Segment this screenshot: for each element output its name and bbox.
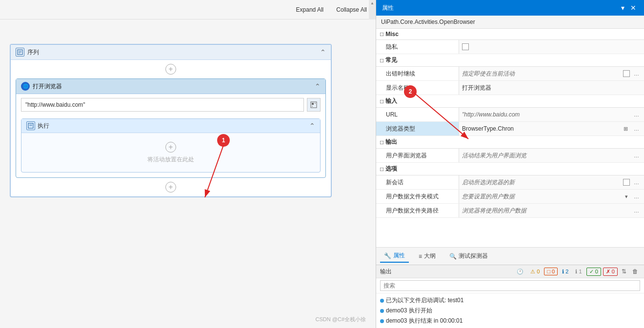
- badge-time: 🕐: [514, 268, 526, 275]
- output-panel: 输出 🕐 ⚠ 0 □ 0 ℹ 2 ℹ 1 ✓ 0 ✗ 0 ⇅ 🗑 已为以下文件启…: [376, 265, 644, 328]
- properties-close-btn[interactable]: ✕: [628, 4, 638, 12]
- prop-on-error-text: 指定即使在当前活动: [462, 70, 621, 78]
- properties-panel: 属性 ▾ ✕ UiPath.Core.Activities.OpenBrowse…: [376, 0, 644, 328]
- url-action-btn[interactable]: [307, 98, 321, 112]
- sequence-collapse-btn[interactable]: ⌃: [320, 48, 326, 56]
- user-data-folder-path-more-btn[interactable]: …: [632, 207, 641, 214]
- log-text-1: 已为以下文件启动调试: test01: [386, 296, 463, 305]
- badge-warn: ⚠ 0: [528, 268, 542, 275]
- output-clear-btn[interactable]: 🗑: [630, 267, 640, 276]
- prop-new-session-text: 启动所选浏览器的新: [462, 178, 621, 187]
- open-browser-title: 🌐 打开浏览器: [21, 82, 62, 91]
- section-output[interactable]: □ 输出: [376, 136, 644, 149]
- log-item-1: 已为以下文件启动调试: test01: [380, 295, 640, 306]
- prop-on-error-label: 出错时继续: [376, 67, 459, 80]
- annotation-badge-2: 2: [404, 85, 417, 98]
- output-controls: 🕐 ⚠ 0 □ 0 ℹ 2 ℹ 1 ✓ 0 ✗ 0 ⇅ 🗑: [514, 267, 640, 276]
- user-data-folder-mode-more-btn[interactable]: …: [632, 193, 641, 200]
- properties-titlebar: 属性 ▾ ✕: [376, 0, 644, 16]
- log-item-3: demo03 执行结束 in 00:00:01: [380, 316, 640, 326]
- prop-user-data-folder-mode: 用户数据文件夹模式 您要设置的用户数据 ▾ …: [376, 190, 644, 204]
- prop-ui-browser-text: 活动结果为用户界面浏览: [462, 152, 630, 160]
- activity-name: UiPath.Core.Activities.OpenBrowser: [381, 19, 475, 25]
- prop-new-session: 新会话 启动所选浏览器的新 …: [376, 175, 644, 190]
- ui-browser-more-btn[interactable]: …: [632, 152, 641, 159]
- prop-user-data-folder-path-text: 浏览器将使用的用户数据: [462, 207, 630, 215]
- properties-pin-btn[interactable]: ▾: [619, 4, 626, 12]
- execute-collapse-btn[interactable]: ⌃: [309, 122, 315, 130]
- output-sort-btn[interactable]: ⇅: [620, 267, 628, 276]
- new-session-more-btn[interactable]: …: [632, 178, 641, 186]
- execute-header: 执行 ⌃: [21, 119, 320, 133]
- log-dot-1: [380, 299, 384, 303]
- sequence-container: 序列 ⌃ + 🌐 打开浏览器 ⌃: [10, 44, 332, 197]
- open-browser-collapse-btn[interactable]: ⌃: [315, 82, 321, 90]
- prop-browser-type-value: BrowserType.Chron ⊞ …: [459, 122, 644, 135]
- log-dot-3: [380, 319, 384, 323]
- collapse-all-button[interactable]: Collapse All: [332, 5, 371, 15]
- section-output-toggle: □: [380, 139, 383, 146]
- on-error-checkbox[interactable]: [623, 70, 630, 77]
- section-misc-toggle: □: [380, 31, 383, 38]
- drop-hint: 将活动放置在此处: [147, 155, 194, 164]
- svg-rect-6: [315, 103, 316, 104]
- tab-properties[interactable]: 🔧 属性: [380, 250, 409, 263]
- url-input-row: [16, 94, 325, 116]
- new-session-checkbox[interactable]: [623, 179, 630, 186]
- open-browser-header: 🌐 打开浏览器 ⌃: [16, 79, 325, 94]
- sequence-label: 序列: [27, 48, 39, 57]
- prop-url-value: "http://www.baidu.com …: [459, 108, 644, 121]
- prop-browser-type-label: 浏览器类型: [376, 122, 459, 135]
- on-error-more-btn[interactable]: …: [632, 70, 641, 77]
- section-misc-label: Misc: [385, 31, 399, 38]
- section-options[interactable]: □ 选项: [376, 163, 644, 175]
- tab-test-explorer-label: 测试探测器: [459, 252, 488, 260]
- prop-ui-browser: 用户界面浏览器 活动结果为用户界面浏览 …: [376, 149, 644, 163]
- tab-outline-label: 大纲: [424, 252, 436, 260]
- log-text-2: demo03 执行开始: [386, 307, 432, 315]
- prop-user-data-folder-path-value: 浏览器将使用的用户数据 …: [459, 204, 644, 217]
- add-circle-top: +: [165, 64, 176, 75]
- section-options-label: 选项: [385, 165, 397, 173]
- tab-test-explorer[interactable]: 🔍 测试探测器: [445, 250, 492, 262]
- search-input[interactable]: [380, 280, 640, 291]
- add-activity-bottom[interactable]: +: [11, 178, 331, 196]
- user-data-folder-mode-dropdown-btn[interactable]: ▾: [623, 193, 630, 201]
- prop-display-name-value: 打开浏览器: [459, 81, 644, 95]
- prop-display-name-label: 显示名称: [376, 81, 459, 95]
- canvas-toolbar: Expand All Collapse All ▲: [0, 0, 376, 19]
- log-text-3: demo03 执行结束 in 00:00:01: [386, 317, 463, 325]
- expand-all-button[interactable]: Expand All: [292, 5, 328, 15]
- sequence-title: 序列: [16, 48, 39, 57]
- prop-on-error-value: 指定即使在当前活动 …: [459, 67, 644, 80]
- execute-title: 执行: [26, 121, 49, 130]
- add-circle-bottom: +: [165, 182, 176, 193]
- prop-user-data-folder-path: 用户数据文件夹路径 浏览器将使用的用户数据 …: [376, 204, 644, 218]
- url-more-btn[interactable]: …: [632, 111, 641, 118]
- drop-area[interactable]: + 将活动放置在此处: [21, 133, 320, 172]
- open-browser-label: 打开浏览器: [33, 82, 62, 91]
- section-input-toggle: □: [380, 98, 383, 105]
- add-activity-top[interactable]: +: [11, 60, 331, 78]
- browser-icon: 🌐: [21, 82, 30, 91]
- workflow-canvas: Expand All Collapse All ▲: [0, 0, 376, 328]
- tab-outline[interactable]: ≡ 大纲: [415, 250, 440, 262]
- titlebar-buttons: ▾ ✕: [619, 4, 638, 12]
- activity-name-row: UiPath.Core.Activities.OpenBrowser: [376, 16, 644, 29]
- url-input[interactable]: [21, 98, 304, 112]
- browser-type-more-btn[interactable]: …: [632, 125, 641, 133]
- badge-info-2: ℹ 2: [560, 268, 571, 275]
- prop-user-data-folder-mode-value: 您要设置的用户数据 ▾ …: [459, 190, 644, 203]
- browser-type-expand-btn[interactable]: ⊞: [622, 125, 630, 133]
- section-common-label: 常见: [385, 56, 397, 64]
- prop-new-session-label: 新会话: [376, 175, 459, 189]
- badge-debug-1: ℹ 1: [573, 268, 584, 275]
- section-common[interactable]: □ 常见: [376, 54, 644, 67]
- privacy-checkbox[interactable]: [462, 43, 469, 50]
- badge-fail-0: ✗ 0: [603, 268, 618, 276]
- section-misc[interactable]: □ Misc: [376, 29, 644, 40]
- badge-success-0: ✓ 0: [586, 268, 601, 276]
- prop-url: URL "http://www.baidu.com …: [376, 108, 644, 122]
- search-row: [376, 278, 644, 293]
- prop-ui-browser-value: 活动结果为用户界面浏览 …: [459, 149, 644, 162]
